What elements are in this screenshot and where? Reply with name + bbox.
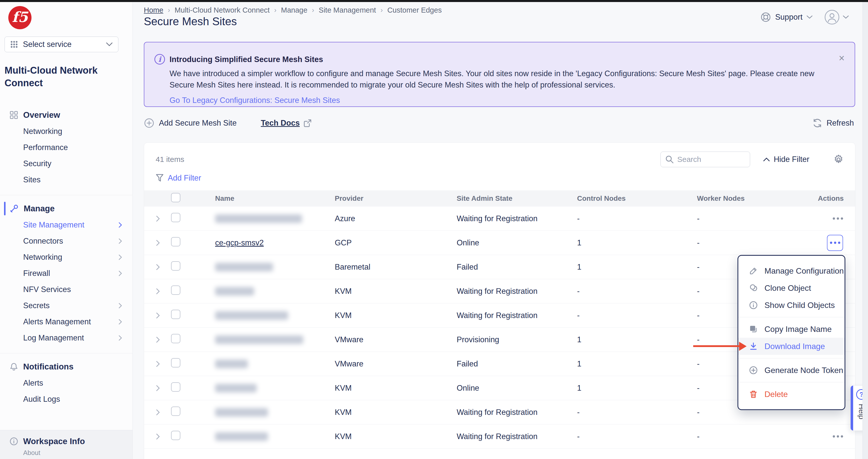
toolbar: Add Secure Mesh Site Tech Docs Refresh [144, 114, 854, 132]
sidebar-sub-item[interactable]: Secrets [0, 297, 132, 314]
breadcrumb-item[interactable]: Site Management [319, 6, 376, 15]
close-icon[interactable]: × [839, 53, 844, 63]
breadcrumb-item[interactable]: Customer Edges [388, 6, 442, 15]
sidebar-item-notifications[interactable]: Notifications [0, 358, 132, 375]
service-selector[interactable]: Select service [4, 36, 118, 52]
expand-row-icon[interactable] [155, 215, 171, 222]
column-header-name[interactable]: Name [215, 195, 335, 202]
page-scrollbar[interactable] [863, 2, 868, 459]
row-checkbox[interactable] [171, 261, 180, 270]
expand-row-icon[interactable] [155, 384, 171, 392]
ellipsis-menu-icon[interactable] [833, 218, 843, 220]
gear-icon[interactable] [834, 154, 843, 165]
expand-row-icon[interactable] [155, 361, 171, 368]
search-input[interactable] [677, 155, 745, 164]
menu-item-download-image[interactable]: Download Image [738, 338, 844, 355]
site-name-cell[interactable] [215, 384, 335, 393]
expand-row-icon[interactable] [155, 336, 171, 343]
column-header-state[interactable]: Site Admin State [457, 195, 577, 202]
select-all-checkbox[interactable] [171, 193, 180, 202]
sidebar-sub-item[interactable]: Log Management [0, 330, 132, 346]
sidebar-sub-item[interactable]: Firewall [0, 265, 132, 282]
breadcrumb-item[interactable]: Multi-Cloud Network Connect [175, 6, 270, 15]
user-menu[interactable] [825, 10, 849, 25]
sidebar-item-overview[interactable]: Overview [0, 107, 132, 123]
ellipsis-menu-active[interactable] [827, 235, 843, 251]
column-header-worker-nodes[interactable]: Worker Nodes [697, 195, 818, 202]
nav-heading-label: Overview [23, 110, 60, 120]
menu-item-delete[interactable]: Delete [738, 385, 844, 403]
row-actions[interactable] [833, 435, 843, 437]
site-name-cell[interactable] [215, 287, 335, 295]
site-name-cell[interactable] [215, 432, 335, 441]
sidebar-sub-item[interactable]: Performance [0, 140, 132, 155]
sidebar-sub-item[interactable]: NFV Services [0, 282, 132, 297]
sidebar-item-about[interactable]: About [0, 449, 132, 457]
sidebar-item-workspace-info[interactable]: Workspace Info [0, 434, 132, 449]
row-checkbox[interactable] [171, 334, 180, 343]
support-menu[interactable]: Support [761, 12, 813, 23]
row-checkbox[interactable] [171, 431, 180, 440]
breadcrumb-separator: › [274, 6, 277, 14]
sidebar-sub-item[interactable]: Connectors [0, 233, 132, 249]
hide-filter-button[interactable]: Hide Filter [763, 155, 809, 164]
menu-item-generate-node-token[interactable]: Generate Node Token [738, 362, 844, 379]
sidebar-sub-item[interactable]: Site Management [0, 217, 132, 233]
table-controls: 41 items Hide Filter [144, 143, 855, 168]
column-header-provider[interactable]: Provider [335, 195, 457, 202]
sidebar-sub-item[interactable]: Audit Logs [0, 391, 132, 407]
add-secure-mesh-site-button[interactable]: Add Secure Mesh Site [144, 118, 237, 128]
row-checkbox[interactable] [171, 237, 180, 247]
row-actions[interactable] [827, 235, 843, 251]
row-checkbox[interactable] [171, 213, 180, 222]
site-name-cell[interactable] [215, 360, 335, 368]
site-name-cell[interactable] [215, 408, 335, 417]
legacy-config-link[interactable]: Go To Legacy Configurations: Secure Mesh… [169, 96, 340, 105]
site-name-cell[interactable]: ce-gcp-smsv2 [215, 238, 335, 248]
site-name-cell[interactable] [215, 311, 335, 320]
row-checkbox[interactable] [171, 382, 180, 392]
sidebar-sub-item[interactable]: Alerts Management [0, 314, 132, 330]
row-checkbox[interactable] [171, 286, 180, 295]
provider-cell: VMware [335, 335, 457, 344]
wrench-icon [9, 204, 19, 213]
expand-row-icon[interactable] [155, 288, 171, 295]
expand-row-icon[interactable] [155, 433, 171, 440]
sidebar-sub-item[interactable]: Networking [0, 249, 132, 265]
sidebar-sub-item[interactable]: Sites [0, 172, 132, 188]
expand-row-icon[interactable] [155, 239, 171, 247]
breadcrumb-item[interactable]: Manage [281, 6, 308, 15]
breadcrumb-home[interactable]: Home [144, 6, 163, 15]
site-name-cell[interactable] [215, 336, 335, 344]
column-header-control-nodes[interactable]: Control Nodes [577, 195, 697, 202]
sidebar-nav: Overview Networking Performance Security… [0, 102, 132, 430]
refresh-button[interactable]: Refresh [812, 118, 854, 128]
site-name-link[interactable]: ce-gcp-smsv2 [215, 238, 264, 247]
sidebar-sub-item[interactable]: Alerts [0, 375, 132, 391]
add-filter-button[interactable]: Add Filter [168, 173, 201, 182]
sidebar-item-manage[interactable]: Manage [0, 200, 132, 217]
row-checkbox[interactable] [171, 310, 180, 319]
ellipsis-menu-icon[interactable] [833, 435, 843, 437]
expand-row-icon[interactable] [155, 409, 171, 416]
site-name-cell[interactable] [215, 214, 335, 223]
f5-logo[interactable]: f5 [8, 6, 31, 29]
sidebar-sub-item[interactable]: Networking [0, 123, 132, 140]
site-name-cell[interactable] [215, 263, 335, 271]
expand-row-icon[interactable] [155, 312, 171, 319]
filter-row: Add Filter [144, 173, 855, 182]
sidebar-item-label: Site Management [23, 221, 84, 229]
tech-docs-link[interactable]: Tech Docs [261, 118, 312, 127]
chevron-right-icon [118, 238, 122, 244]
expand-row-icon[interactable] [155, 263, 171, 270]
row-checkbox[interactable] [171, 406, 180, 416]
menu-item-label: Clone Object [765, 284, 811, 293]
menu-item-manage-configuration[interactable]: Manage Configuration [738, 262, 844, 280]
row-actions[interactable] [833, 218, 843, 220]
ellipsis-menu-icon[interactable] [830, 241, 840, 244]
sidebar-sub-item[interactable]: Security [0, 155, 132, 172]
menu-item-copy-image-name[interactable]: Copy Image Name [738, 320, 844, 338]
row-checkbox[interactable] [171, 358, 180, 368]
menu-item-show-child-objects[interactable]: Show Child Objects [738, 296, 844, 314]
menu-item-clone-object[interactable]: Clone Object [738, 280, 844, 296]
